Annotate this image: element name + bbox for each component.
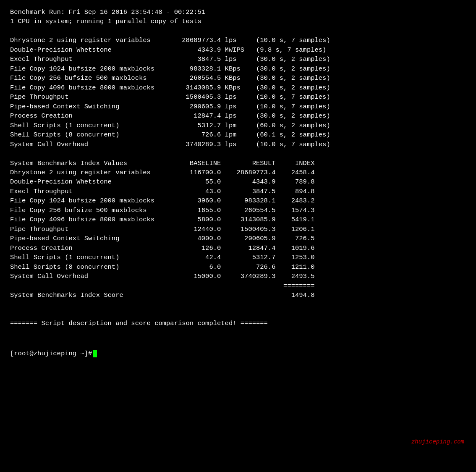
terminal-window: Benchmark Run: Fri Sep 16 2016 23:54:48 … — [6, 4, 470, 466]
benchmark-row: System Call Overhead 3740289.3 lps (10.0… — [10, 140, 466, 149]
index-row: Process Creation 126.0 12847.4 1019.6 — [10, 244, 466, 253]
cursor — [93, 350, 97, 357]
index-row: File Copy 4096 bufsize 8000 maxblocks 58… — [10, 215, 466, 224]
score-section: ========System Benchmarks Index Score 14… — [10, 281, 466, 300]
benchmark-row: Pipe-based Context Switching 290605.9 lp… — [10, 102, 466, 111]
header-line2: 1 CPU in system; running 1 parallel copy… — [10, 17, 466, 26]
score-line: System Benchmarks Index Score 1494.8 — [10, 291, 466, 300]
index-row: Pipe Throughput 12440.0 1500405.3 1206.1 — [10, 225, 466, 234]
completion-msg: ======= Script description and score com… — [10, 319, 466, 328]
benchmark-results: Dhrystone 2 using register variables 286… — [10, 36, 466, 149]
watermark: zhujiceping.com — [411, 438, 464, 446]
index-row: Dhrystone 2 using register variables 116… — [10, 168, 466, 177]
benchmark-row: File Copy 256 bufsize 500 maxblocks 2605… — [10, 73, 466, 83]
index-row: Shell Scripts (1 concurrent) 42.4 5312.7… — [10, 253, 466, 262]
index-row: System Call Overhead 15000.0 3740289.3 2… — [10, 272, 466, 281]
prompt-text: [root@zhujiceping ~]# — [10, 349, 92, 358]
benchmark-row: Execl Throughput 3847.5 lps (30.0 s, 2 s… — [10, 55, 466, 64]
index-row: File Copy 1024 bufsize 2000 maxblocks 39… — [10, 196, 466, 205]
index-header-row: System Benchmarks Index Values BASELINE … — [10, 159, 466, 168]
header-line1: Benchmark Run: Fri Sep 16 2016 23:54:48 … — [10, 8, 466, 17]
benchmark-row: Shell Scripts (1 concurrent) 5312.7 lpm … — [10, 121, 466, 130]
benchmark-row: File Copy 1024 bufsize 2000 maxblocks 98… — [10, 64, 466, 73]
index-table: System Benchmarks Index Values BASELINE … — [10, 159, 466, 281]
benchmark-row: Double-Precision Whetstone 4343.9 MWIPS … — [10, 45, 466, 55]
index-row: Pipe-based Context Switching 4000.0 2906… — [10, 234, 466, 243]
benchmark-row: Dhrystone 2 using register variables 286… — [10, 36, 466, 45]
index-row: Execl Throughput 43.0 3847.5 894.8 — [10, 187, 466, 196]
benchmark-row: Shell Scripts (8 concurrent) 726.6 lpm (… — [10, 130, 466, 139]
benchmark-row: Process Creation 12847.4 lps (30.0 s, 2 … — [10, 111, 466, 121]
benchmark-row: Pipe Throughput 1500405.3 lps (10.0 s, 7… — [10, 92, 466, 102]
index-row: Double-Precision Whetstone 55.0 4343.9 7… — [10, 177, 466, 186]
index-row: File Copy 256 bufsize 500 maxblocks 1655… — [10, 206, 466, 215]
score-separator: ======== — [10, 281, 466, 291]
index-row: Shell Scripts (8 concurrent) 6.0 726.6 1… — [10, 262, 466, 272]
prompt-line[interactable]: [root@zhujiceping ~]# — [10, 349, 466, 358]
benchmark-row: File Copy 4096 bufsize 8000 maxblocks 31… — [10, 83, 466, 92]
